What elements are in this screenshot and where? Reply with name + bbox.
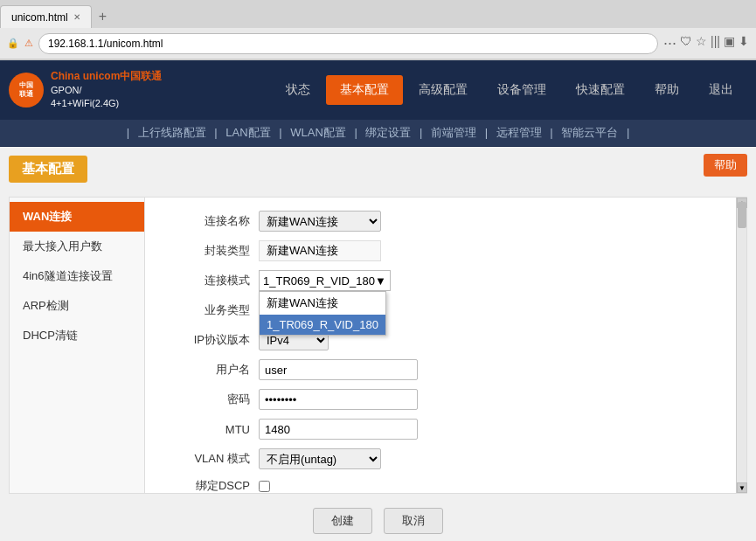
page-title: 基本配置	[9, 156, 87, 183]
nav-device-mgmt[interactable]: 设备管理	[483, 75, 560, 105]
shield-icon: ⚠	[24, 38, 33, 49]
unicom-logo: 中国联通	[9, 73, 44, 108]
scrollbar-track: ▲ ▼	[736, 198, 746, 493]
logo-text: China unicom中国联通 GPON/ 4+1+WiFi(2.4G)	[51, 69, 162, 111]
new-tab-button[interactable]: +	[92, 6, 114, 27]
content-area: WAN连接 最大接入用户数 4in6隧道连接设置 ARP检测 DHCP清链 连接…	[9, 197, 747, 494]
sub-nav-cloud[interactable]: 智能云平台	[561, 126, 618, 139]
sub-nav-wlan[interactable]: WLAN配置	[290, 126, 346, 139]
sub-nav: | 上行线路配置 | LAN配置 | WLAN配置 | 绑定设置 | 前端管理 …	[0, 120, 756, 147]
nav-help[interactable]: 帮助	[641, 75, 693, 105]
mtu-label: MTU	[163, 423, 250, 436]
scrollbar-thumb[interactable]	[738, 202, 746, 228]
conn-mode-wrapper: 1_TR069_R_VID_180 ▼ 新建WAN连接 1_TR069_R_VI…	[259, 270, 391, 291]
vlan-mode-select[interactable]: 不启用(untag)	[259, 448, 381, 469]
sub-nav-upstream[interactable]: 上行线路配置	[138, 126, 206, 139]
nav-advanced-config[interactable]: 高级配置	[405, 75, 482, 105]
encap-type-label: 封装类型	[163, 243, 250, 259]
cancel-button[interactable]: 取消	[384, 508, 443, 534]
conn-name-label: 连接名称	[163, 213, 250, 229]
encap-type-row: 封装类型 新建WAN连接	[163, 240, 718, 261]
nav-quick-config[interactable]: 快速配置	[562, 75, 639, 105]
service-type-label: 业务类型	[163, 302, 250, 318]
dropdown-option-new[interactable]: 新建WAN连接	[260, 292, 385, 315]
conn-mode-display[interactable]: 1_TR069_R_VID_180 ▼	[259, 270, 391, 291]
username-label: 用户名	[163, 362, 250, 378]
password-row: 密码	[163, 389, 718, 410]
dropdown-option-tr069[interactable]: 1_TR069_R_VID_180	[260, 315, 385, 335]
create-button[interactable]: 创建	[313, 508, 372, 534]
help-button[interactable]: 帮助	[704, 154, 747, 177]
router-ui: 中国联通 China unicom中国联通 GPON/ 4+1+WiFi(2.4…	[0, 60, 756, 541]
tab-title: unicom.html	[11, 11, 68, 24]
username-input[interactable]	[259, 359, 418, 380]
sidebar-item-maxuser[interactable]: 最大接入用户数	[10, 232, 144, 261]
scrollbar-down-arrow[interactable]: ▼	[737, 482, 747, 493]
sidebar-item-ipv6tunnel[interactable]: 4in6隧道连接设置	[10, 261, 144, 291]
password-label: 密码	[163, 392, 250, 407]
dscp-row: 绑定DSCP	[163, 478, 718, 493]
download-icon[interactable]: ⬇	[739, 34, 749, 52]
sidebar: WAN连接 最大接入用户数 4in6隧道连接设置 ARP检测 DHCP清链	[10, 198, 145, 493]
sidebar-item-arp[interactable]: ARP检测	[10, 291, 144, 321]
username-row: 用户名	[163, 359, 718, 380]
sidebar-item-dhcp[interactable]: DHCP清链	[10, 321, 144, 350]
conn-mode-label: 连接模式	[163, 273, 250, 288]
conn-name-row: 连接名称 新建WAN连接	[163, 211, 718, 232]
security-icon: 🔒	[7, 38, 19, 49]
conn-name-select[interactable]: 新建WAN连接	[259, 211, 381, 232]
nav-status[interactable]: 状态	[272, 75, 324, 105]
title-row: 基本配置 帮助	[9, 156, 747, 190]
vlan-mode-row: VLAN 模式 不启用(untag)	[163, 448, 718, 469]
reading-icon[interactable]: |||	[711, 34, 720, 52]
ip-proto-label: IP协议版本	[163, 332, 250, 348]
mtu-row: MTU	[163, 419, 718, 440]
service-type-row: 业务类型 INTERNET	[163, 300, 718, 321]
buttons-area: 创建 取消	[9, 501, 747, 541]
browser-actions: ··· 🛡 ☆ ||| ▣ ⬇	[663, 34, 749, 52]
sub-nav-frontend[interactable]: 前端管理	[431, 126, 476, 139]
sub-nav-remote[interactable]: 远程管理	[496, 126, 542, 139]
dropdown-arrow-icon: ▼	[375, 274, 386, 288]
star-icon[interactable]: ☆	[696, 34, 707, 52]
nav-logout[interactable]: 退出	[695, 75, 747, 105]
conn-name-wrapper: 新建WAN连接	[259, 211, 381, 232]
vlan-mode-label: VLAN 模式	[163, 451, 250, 467]
more-icon[interactable]: ···	[663, 34, 676, 52]
address-bar: 🔒 ⚠ ··· 🛡 ☆ ||| ▣ ⬇	[0, 28, 756, 59]
logo-area: 中国联通 China unicom中国联通 GPON/ 4+1+WiFi(2.4…	[9, 69, 166, 111]
ip-proto-row: IP协议版本 IPv4	[163, 329, 718, 350]
conn-mode-row: 连接模式 1_TR069_R_VID_180 ▼ 新建WAN连接 1_TR069…	[163, 270, 718, 291]
router-header: 中国联通 China unicom中国联通 GPON/ 4+1+WiFi(2.4…	[0, 60, 756, 120]
sidebar-item-wan[interactable]: WAN连接	[10, 202, 144, 232]
sub-nav-binding[interactable]: 绑定设置	[365, 126, 411, 139]
browser-tab[interactable]: unicom.html ✕	[0, 5, 92, 28]
tab-icon[interactable]: ▣	[724, 34, 735, 52]
password-input[interactable]	[259, 389, 418, 410]
dscp-label: 绑定DSCP	[163, 478, 250, 493]
encap-type-value: 新建WAN连接	[259, 240, 381, 261]
nav-basic-config[interactable]: 基本配置	[326, 75, 403, 105]
sub-nav-separator: |	[127, 126, 133, 139]
conn-mode-dropdown: 新建WAN连接 1_TR069_R_VID_180	[259, 291, 386, 336]
sub-nav-lan[interactable]: LAN配置	[225, 126, 270, 139]
address-input[interactable]	[38, 33, 658, 54]
dscp-checkbox[interactable]	[259, 481, 270, 492]
tab-close-icon[interactable]: ✕	[73, 12, 80, 22]
mtu-input[interactable]	[259, 419, 418, 440]
form-area: 连接名称 新建WAN连接 封装类型 新建WAN连接 连接模式	[145, 198, 736, 493]
nav-menu: 状态 基本配置 高级配置 设备管理 快速配置 帮助 退出	[166, 75, 747, 105]
bookmark-icon[interactable]: 🛡	[680, 34, 692, 52]
